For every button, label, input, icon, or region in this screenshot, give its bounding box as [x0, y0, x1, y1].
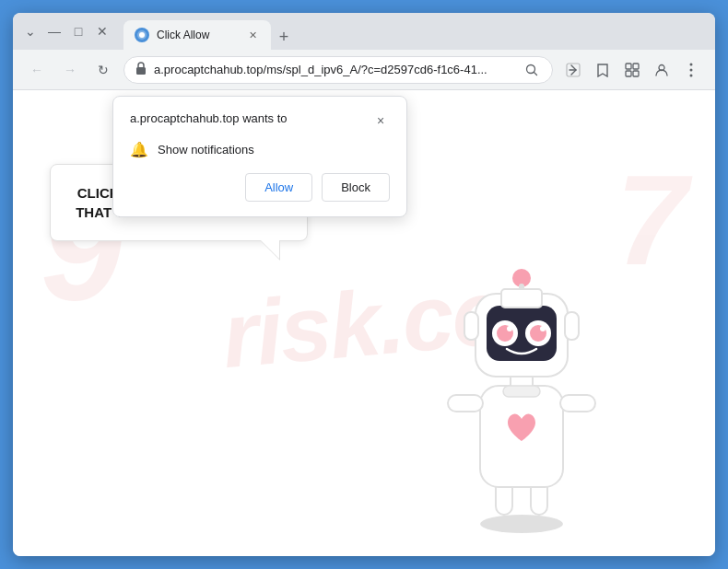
svg-point-1	[139, 32, 145, 38]
permission-text: Show notifications	[158, 143, 254, 157]
forward-button[interactable]: →	[57, 57, 83, 83]
address-bar-row: ← → ↻ a.procaptchahub.top/ms/spl_d_ipv6_…	[13, 50, 715, 90]
popup-header: a.procaptchahub.top wants to ×	[130, 111, 390, 130]
popup-buttons: Allow Block	[130, 173, 390, 202]
tab-close-button[interactable]: ✕	[245, 28, 260, 42]
toolbar-icons	[560, 57, 704, 83]
url-text: a.procaptchahub.top/ms/spl_d_ipv6_A/?c=d…	[154, 63, 515, 76]
lock-icon	[135, 62, 147, 77]
tab-favicon	[135, 28, 149, 42]
browser-window: ⌄ — □ ✕ Click Allow ✕ + ← → ↻	[13, 13, 715, 556]
robot-illustration	[420, 243, 623, 538]
tab-area: Click Allow ✕ +	[123, 13, 708, 50]
svg-point-11	[690, 63, 693, 65]
share-icon[interactable]	[560, 57, 586, 83]
new-tab-button[interactable]: +	[271, 24, 297, 50]
svg-rect-18	[448, 395, 483, 412]
close-window-button[interactable]: ✕	[92, 21, 112, 41]
active-tab[interactable]: Click Allow ✕	[123, 20, 271, 50]
svg-point-30	[540, 326, 546, 331]
minimize-button[interactable]: —	[44, 21, 65, 41]
svg-rect-9	[633, 71, 639, 76]
address-bar[interactable]: a.procaptchahub.top/ms/spl_d_ipv6_A/?c=d…	[123, 56, 553, 84]
popup-permission-row: 🔔 Show notifications	[130, 141, 390, 158]
svg-rect-32	[565, 312, 579, 340]
extensions-icon[interactable]	[619, 57, 645, 83]
block-button[interactable]: Block	[322, 173, 390, 202]
bookmark-icon[interactable]	[590, 57, 616, 83]
notification-popup: a.procaptchahub.top wants to × 🔔 Show no…	[112, 96, 407, 217]
popup-site-text: a.procaptchahub.top wants to	[130, 111, 288, 125]
svg-point-29	[507, 326, 512, 331]
svg-rect-34	[503, 386, 540, 397]
window-controls: ⌄ — □ ✕	[20, 21, 112, 41]
chevron-down-icon[interactable]: ⌄	[20, 21, 41, 41]
title-bar: ⌄ — □ ✕ Click Allow ✕ +	[13, 13, 715, 50]
tab-title: Click Allow	[157, 29, 238, 41]
svg-point-14	[480, 515, 563, 533]
menu-icon[interactable]	[678, 57, 704, 83]
popup-close-button[interactable]: ×	[371, 111, 390, 130]
back-button[interactable]: ←	[24, 57, 50, 83]
search-icon[interactable]	[523, 61, 541, 79]
maximize-button[interactable]: □	[68, 21, 88, 41]
svg-point-12	[690, 68, 693, 71]
bell-icon: 🔔	[130, 141, 148, 158]
profile-icon[interactable]	[649, 57, 675, 83]
svg-rect-33	[501, 289, 542, 308]
svg-line-4	[534, 72, 537, 75]
svg-rect-8	[626, 71, 631, 76]
reload-button[interactable]: ↻	[90, 57, 116, 83]
svg-rect-6	[626, 64, 631, 69]
robot-svg	[420, 243, 623, 538]
svg-point-13	[690, 74, 693, 76]
content-area: risk.co 9 7 CLICK «ALLOW» TO CONFIRM THA…	[13, 90, 715, 556]
allow-button[interactable]: Allow	[245, 173, 312, 202]
svg-rect-2	[136, 67, 146, 75]
svg-rect-31	[464, 312, 478, 340]
svg-rect-19	[560, 395, 595, 412]
svg-rect-7	[633, 64, 639, 69]
